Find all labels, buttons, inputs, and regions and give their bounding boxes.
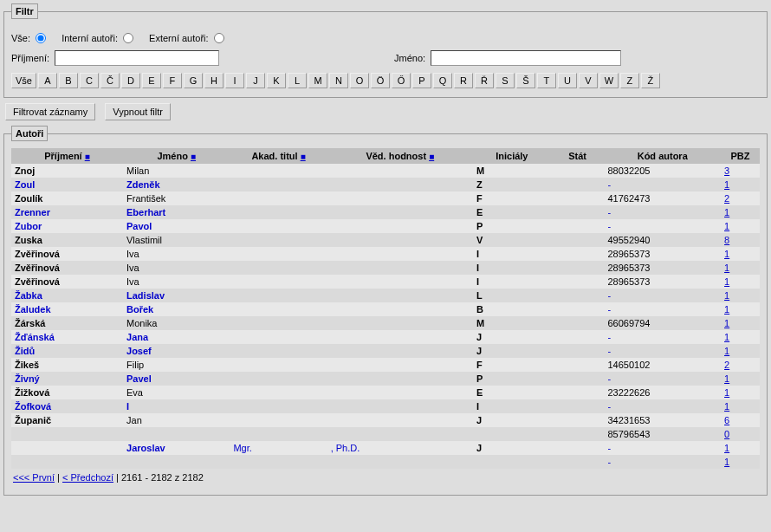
cell-pbz[interactable]: 0 <box>721 427 760 441</box>
alpha-btn-z[interactable]: Z <box>620 73 639 88</box>
cell-jmeno[interactable]: Pavel <box>123 372 230 386</box>
alpha-btn-č[interactable]: Č <box>100 73 120 88</box>
cell-pbz[interactable]: 2 <box>721 191 760 205</box>
cell-jmeno[interactable]: Jaroslav <box>123 441 230 455</box>
pager-prev[interactable]: < Předchozí <box>62 472 113 483</box>
alpha-btn-u[interactable]: U <box>558 73 577 88</box>
alpha-btn-h[interactable]: H <box>204 73 224 88</box>
cell-jmeno[interactable]: Josef <box>123 344 230 358</box>
cell-prijmeni[interactable]: Žabka <box>11 289 123 302</box>
cell-stat <box>551 289 605 302</box>
th-hodnost[interactable]: Věd. hodnost ■ <box>327 148 473 164</box>
cell-pbz[interactable]: 1 <box>721 372 760 386</box>
cell-jmeno[interactable]: Jana <box>123 330 230 344</box>
alpha-btn-vše[interactable]: Vše <box>11 73 36 88</box>
sort-titul[interactable]: ■ <box>301 152 306 161</box>
cell-pbz[interactable]: 6 <box>721 413 760 427</box>
cell-prijmeni[interactable]: Živný <box>11 372 123 386</box>
cell-pbz[interactable]: 1 <box>721 289 760 302</box>
table-row: JaroslavMgr., Ph.D.J-1 <box>11 441 760 455</box>
internal-radio[interactable] <box>123 33 133 43</box>
cell-pbz[interactable]: 1 <box>721 386 760 399</box>
cell-pbz[interactable]: 1 <box>721 205 760 219</box>
cell-jmeno[interactable]: I <box>123 399 230 413</box>
clear-filter-button[interactable]: Vypnout filtr <box>105 103 171 120</box>
alpha-btn-s[interactable]: S <box>496 73 515 88</box>
surname-input[interactable] <box>55 50 219 66</box>
cell-pbz[interactable]: 1 <box>721 302 760 316</box>
cell-pbz[interactable]: 1 <box>721 441 760 455</box>
cell-jmeno[interactable]: Pavol <box>123 219 230 233</box>
alpha-btn-r[interactable]: R <box>454 73 473 88</box>
sort-hodnost[interactable]: ■ <box>429 152 434 161</box>
alpha-btn-g[interactable]: G <box>184 73 203 88</box>
cell-pbz[interactable]: 1 <box>721 316 760 330</box>
alpha-btn-ö[interactable]: Ö <box>371 73 390 88</box>
sort-prijmeni[interactable]: ■ <box>85 152 90 161</box>
th-jmeno[interactable]: Jméno ■ <box>123 148 230 164</box>
alpha-btn-j[interactable]: J <box>246 73 265 88</box>
cell-prijmeni[interactable]: Zoul <box>11 178 123 191</box>
cell-jmeno[interactable]: Eberhart <box>123 205 230 219</box>
alpha-btn-b[interactable]: B <box>59 73 78 88</box>
alpha-btn-l[interactable]: L <box>288 73 307 88</box>
cell-pbz[interactable]: 1 <box>721 178 760 191</box>
filter-button[interactable]: Filtrovat záznamy <box>5 103 95 120</box>
alpha-btn-v[interactable]: V <box>579 73 598 88</box>
cell-jmeno[interactable]: Bořek <box>123 302 230 316</box>
alpha-btn-d[interactable]: D <box>121 73 140 88</box>
alpha-btn-q[interactable]: Q <box>433 73 452 88</box>
alpha-btn-c[interactable]: C <box>80 73 99 88</box>
cell-pbz[interactable]: 1 <box>721 247 760 261</box>
cell-inicialy: B <box>473 302 551 316</box>
alpha-btn-f[interactable]: F <box>163 73 182 88</box>
cell-pbz[interactable]: 1 <box>721 219 760 233</box>
pager: <<< První | < Předchozí | 2161 - 2182 z … <box>11 469 760 486</box>
alpha-btn-o[interactable]: O <box>350 73 369 88</box>
cell-prijmeni[interactable]: Žďánská <box>11 330 123 344</box>
cell-pbz[interactable]: 3 <box>721 164 760 178</box>
cell-prijmeni[interactable]: Žofková <box>11 399 123 413</box>
alpha-btn-t[interactable]: T <box>537 73 556 88</box>
cell-pbz[interactable]: 1 <box>721 399 760 413</box>
cell-prijmeni[interactable] <box>11 441 123 455</box>
cell-prijmeni[interactable] <box>11 455 123 469</box>
cell-pbz[interactable]: 1 <box>721 344 760 358</box>
alpha-btn-n[interactable]: N <box>329 73 348 88</box>
alpha-btn-ő[interactable]: Ő <box>392 73 411 88</box>
all-label: Vše: <box>11 33 30 43</box>
external-radio[interactable] <box>214 33 224 43</box>
all-radio[interactable] <box>36 33 46 43</box>
cell-prijmeni[interactable]: Židů <box>11 344 123 358</box>
name-input[interactable] <box>431 50 621 66</box>
alpha-btn-m[interactable]: M <box>308 73 327 88</box>
pager-first[interactable]: <<< První <box>13 472 55 483</box>
cell-pbz[interactable]: 1 <box>721 261 760 275</box>
sort-jmeno[interactable]: ■ <box>191 152 196 161</box>
alpha-btn-a[interactable]: A <box>38 73 57 88</box>
cell-pbz[interactable]: 1 <box>721 455 760 469</box>
cell-jmeno[interactable]: Zdeněk <box>123 178 230 191</box>
cell-pbz[interactable]: 1 <box>721 330 760 344</box>
cell-prijmeni[interactable]: Zubor <box>11 219 123 233</box>
alpha-btn-w[interactable]: W <box>599 73 619 88</box>
cell-pbz[interactable]: 1 <box>721 275 760 289</box>
cell-pbz[interactable]: 2 <box>721 358 760 372</box>
alpha-btn-ř[interactable]: Ř <box>475 73 494 88</box>
cell-jmeno[interactable]: Ladislav <box>123 289 230 302</box>
cell-jmeno: Iva <box>123 247 230 261</box>
cell-stat <box>551 178 605 191</box>
alpha-btn-e[interactable]: E <box>142 73 161 88</box>
cell-jmeno[interactable] <box>123 455 230 469</box>
alpha-btn-i[interactable]: I <box>225 73 244 88</box>
table-row: ŽďánskáJanaJ-1 <box>11 330 760 344</box>
cell-pbz[interactable]: 8 <box>721 233 760 247</box>
alpha-btn-p[interactable]: P <box>412 73 431 88</box>
alpha-btn-š[interactable]: Š <box>516 73 535 88</box>
alpha-btn-ž[interactable]: Ž <box>641 73 660 88</box>
alpha-btn-k[interactable]: K <box>267 73 286 88</box>
cell-prijmeni[interactable]: Zrenner <box>11 205 123 219</box>
cell-prijmeni[interactable]: Žaludek <box>11 302 123 316</box>
th-prijmeni[interactable]: Příjmení ■ <box>11 148 123 164</box>
th-titul[interactable]: Akad. titul ■ <box>230 148 327 164</box>
